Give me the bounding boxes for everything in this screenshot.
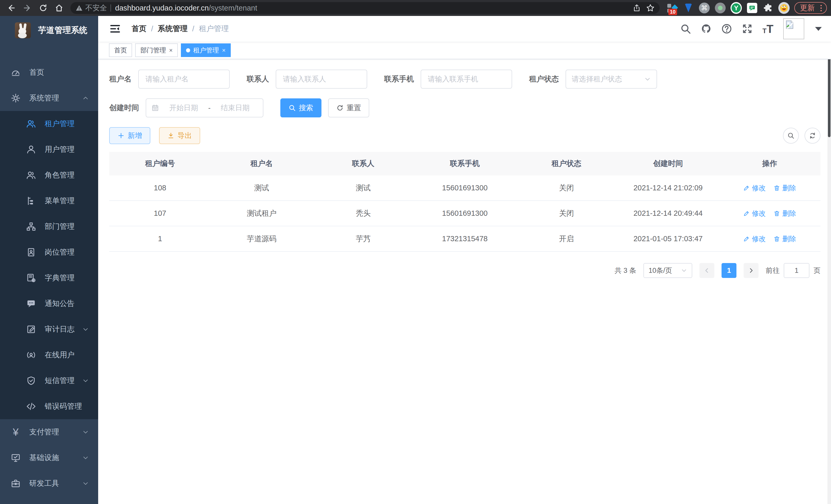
sidebar-item-岗位管理[interactable]: 岗位管理	[0, 239, 98, 265]
browser-forward-button[interactable]	[20, 1, 34, 15]
browser-chrome: 不安全 dashboard.yudao.iocoder.cn/system/te…	[0, 0, 831, 16]
extension-gray-dot-icon[interactable]	[715, 2, 726, 13]
fullscreen-icon[interactable]	[742, 23, 753, 34]
tab-租户管理[interactable]: 租户管理×	[181, 43, 231, 57]
cell-mobile: 15601691300	[414, 175, 515, 200]
delete-link-label: 删除	[782, 234, 796, 243]
sidebar-item-角色管理[interactable]: 角色管理	[0, 162, 98, 188]
share-icon[interactable]	[633, 4, 640, 12]
date-separator: -	[208, 104, 210, 112]
trash-icon	[773, 236, 780, 242]
breadcrumb-separator: /	[151, 25, 153, 33]
extension-kite-icon[interactable]	[683, 2, 694, 13]
sidebar-logo[interactable]: 芋道管理系统	[0, 16, 98, 45]
sidebar-item-支付管理[interactable]: ¥支付管理	[0, 419, 98, 445]
add-button[interactable]: 新增	[109, 127, 150, 144]
extension-emoji-icon[interactable]	[778, 2, 790, 13]
sidebar-item-错误码管理[interactable]: 错误码管理	[0, 393, 98, 419]
active-tab-dot	[186, 48, 190, 52]
avatar[interactable]	[783, 18, 804, 39]
create-time-range-picker[interactable]: 开始日期 - 结束日期	[146, 98, 263, 117]
extension-chat-icon[interactable]	[746, 2, 758, 13]
sidebar-item-短信管理[interactable]: 短信管理	[0, 368, 98, 393]
page-size-select[interactable]: 10条/页	[643, 263, 692, 278]
tab-首页[interactable]: 首页	[109, 43, 132, 57]
edit-link[interactable]: 修改	[743, 234, 766, 243]
sidebar-item-部门管理[interactable]: 部门管理	[0, 214, 98, 239]
browser-menu-icon[interactable]	[819, 5, 824, 11]
extension-command-icon[interactable]: ⌘	[699, 2, 710, 13]
url-bar[interactable]: 不安全 dashboard.yudao.iocoder.cn/system/te…	[70, 2, 660, 14]
avatar-caret-icon[interactable]	[815, 27, 822, 31]
sidebar-item-基础设施[interactable]: 基础设施	[0, 445, 98, 471]
delete-link[interactable]: 删除	[773, 183, 796, 192]
tab-close-icon[interactable]: ×	[169, 47, 173, 53]
sidebar-item-菜单管理[interactable]: 菜单管理	[0, 188, 98, 214]
sidebar-item-通知公告[interactable]: 通知公告	[0, 291, 98, 317]
next-page-button[interactable]	[744, 263, 758, 278]
breadcrumb-item-首页[interactable]: 首页	[132, 24, 146, 34]
back-arrow-icon	[7, 4, 16, 12]
browser-home-button[interactable]	[52, 1, 66, 15]
header-search-icon[interactable]	[680, 23, 691, 34]
search-button[interactable]: 搜索	[280, 98, 321, 117]
edit-log-icon	[26, 324, 36, 334]
tenant-name-input[interactable]	[138, 69, 230, 89]
browser-reload-button[interactable]	[36, 1, 50, 15]
bookmark-star-icon[interactable]	[646, 4, 655, 12]
reset-button[interactable]: 重置	[328, 98, 369, 117]
edit-icon	[743, 236, 750, 242]
sidebar-item-用户管理[interactable]: 用户管理	[0, 137, 98, 162]
sidebar-item-研发工具[interactable]: 研发工具	[0, 471, 98, 496]
edit-icon	[743, 210, 750, 217]
edit-link[interactable]: 修改	[743, 209, 766, 218]
extension-badge: 10	[668, 9, 677, 15]
github-icon[interactable]	[701, 23, 712, 34]
sidebar-item-首页[interactable]: 首页	[0, 60, 98, 85]
delete-link[interactable]: 删除	[773, 234, 796, 243]
goto-page-input[interactable]	[784, 263, 809, 278]
sidebar-item-label: 错误码管理	[45, 401, 82, 412]
goto-label: 前往	[766, 266, 780, 275]
security-warning-icon	[76, 4, 83, 11]
sidebar-item-字典管理[interactable]: 字典管理	[0, 265, 98, 291]
status-select[interactable]: 请选择租户状态	[566, 69, 657, 89]
browser-update-button[interactable]: 更新	[794, 2, 827, 14]
sidebar-item-在线用户[interactable]: 在线用户	[0, 342, 98, 368]
tab-部门管理[interactable]: 部门管理×	[135, 43, 178, 57]
tab-close-icon[interactable]: ×	[222, 47, 226, 53]
security-label[interactable]: 不安全	[85, 3, 107, 13]
sidebar-item-系统管理[interactable]: 系统管理	[0, 85, 98, 111]
hamburger-icon[interactable]	[110, 23, 121, 34]
breadcrumb-item-系统管理[interactable]: 系统管理	[158, 24, 188, 34]
sidebar-item-label: 用户管理	[45, 144, 75, 155]
refresh-table-button[interactable]	[805, 128, 821, 144]
logo-rabbit-image	[15, 22, 31, 38]
url-text[interactable]: dashboard.yudao.iocoder.cn/system/tenant	[115, 4, 257, 12]
font-size-icon[interactable]: TT	[763, 23, 773, 34]
page-scrollbar[interactable]	[827, 16, 831, 504]
tab-label: 租户管理	[193, 46, 219, 55]
extension-y-icon[interactable]: Y	[730, 2, 742, 13]
cell-contact: 测试	[312, 175, 414, 200]
delete-link[interactable]: 删除	[773, 209, 796, 218]
table-row: 108测试测试15601691300关闭2021-12-14 21:02:09 …	[109, 175, 821, 200]
sidebar-item-审计日志[interactable]: 审计日志	[0, 317, 98, 342]
export-button[interactable]: 导出	[159, 127, 200, 144]
filter-label-status: 租户状态	[529, 74, 559, 84]
cell-status: 关闭	[516, 201, 617, 226]
extension-tag-manager-icon[interactable]: 10	[667, 2, 678, 13]
contact-input[interactable]	[276, 69, 367, 89]
topbar: 首页/系统管理/租户管理 TT	[98, 16, 831, 41]
help-icon[interactable]	[721, 23, 732, 34]
sidebar-item-租户管理[interactable]: 租户管理	[0, 111, 98, 137]
toggle-search-button[interactable]	[783, 128, 799, 144]
prev-page-button[interactable]	[699, 263, 714, 278]
page-number-1[interactable]: 1	[721, 263, 737, 278]
edit-link[interactable]: 修改	[743, 183, 766, 192]
browser-back-button[interactable]	[4, 1, 19, 15]
extension-puzzle-icon[interactable]	[763, 2, 774, 13]
breadcrumb-item-租户管理: 租户管理	[199, 24, 229, 34]
mobile-input[interactable]	[421, 69, 512, 89]
tag-view-bar: 首页部门管理×租户管理×	[98, 41, 831, 59]
